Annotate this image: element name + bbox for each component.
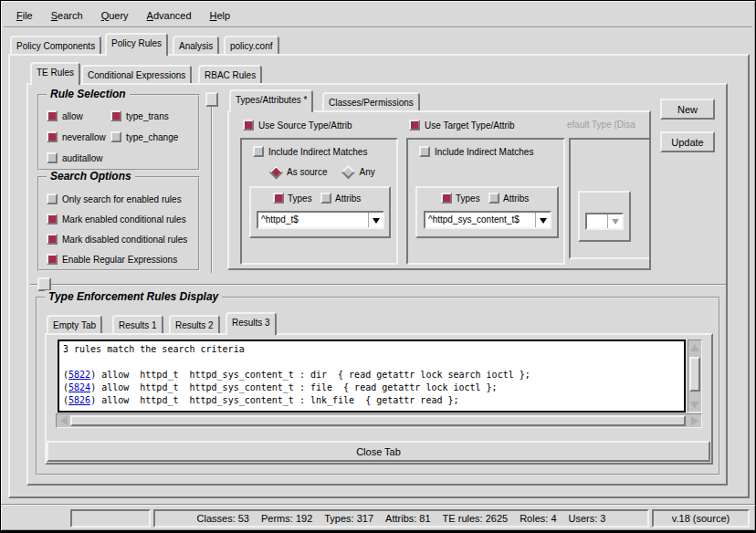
new-button[interactable]: New [660, 99, 715, 120]
checkbox-label: Mark enabled conditional rules [62, 214, 186, 225]
checkbox-indicator [110, 131, 121, 142]
menu-help[interactable]: Help [201, 6, 240, 25]
menubar: File Search Query Advanced Help [4, 4, 752, 28]
rule-text: ) allow httpd_t httpd_sys_content_t : fi… [90, 382, 498, 392]
checkbox-neverallow[interactable]: neverallow [47, 131, 106, 142]
checkbox-label: type_change [126, 132, 178, 142]
results-blank-line [63, 356, 680, 369]
results-textarea[interactable]: 3 rules match the search criteria (5822)… [58, 340, 686, 413]
radio-any[interactable]: Any [341, 167, 374, 177]
checkbox-type-change[interactable]: type_change [110, 131, 178, 142]
checkbox-type-trans[interactable]: type_trans [110, 110, 169, 121]
scroll-up-icon[interactable] [688, 340, 701, 353]
checkbox-indicator [47, 214, 58, 225]
search-options-title: Search Options [47, 170, 135, 183]
checkbox-use-source[interactable]: Use Source Type/Attrib [243, 120, 352, 131]
radio-label: As source [287, 167, 327, 177]
te-results-title: Type Enforcement Rules Display [45, 290, 222, 303]
scrollbar-track[interactable] [688, 353, 701, 399]
source-type-combobox[interactable]: ^httpd_t$ [257, 211, 384, 229]
checkbox-use-target[interactable]: Use Target Type/Attrib [409, 120, 515, 131]
vertical-scrollbar[interactable] [688, 340, 702, 413]
scrollbar-thumb[interactable] [689, 357, 700, 392]
status-version-panel: v.18 (source) [652, 509, 750, 528]
dropdown-arrow-icon[interactable] [368, 213, 383, 227]
close-tab-button[interactable]: Close Tab [47, 441, 710, 462]
combobox-value [587, 214, 607, 228]
checkbox-indicator [47, 254, 58, 265]
menu-query[interactable]: Query [92, 6, 138, 25]
scroll-right-icon[interactable] [688, 414, 701, 427]
rule-link[interactable]: 5826 [68, 395, 90, 405]
results-rule-row: (5826) allow httpd_t httpd_sys_content_t… [63, 394, 680, 407]
types-attributes-page: Use Source Type/Attrib Include Indirect … [227, 110, 651, 270]
tab-empty-tab[interactable]: Empty Tab [47, 315, 102, 333]
status-types: Types: 317 [324, 513, 373, 524]
combobox-value[interactable]: ^httpd_sys_content_t$ [425, 213, 535, 227]
horizontal-sash-handle[interactable] [37, 277, 51, 291]
tab-analysis[interactable]: Analysis [173, 36, 219, 54]
scrollbar-thumb[interactable] [70, 415, 686, 426]
checkbox-allow[interactable]: allow [47, 110, 83, 121]
checkbox-target-attribs[interactable]: Attribs [488, 193, 529, 204]
default-type-panel [569, 138, 651, 259]
menu-file[interactable]: File [7, 6, 42, 25]
dropdown-arrow-icon[interactable] [535, 213, 550, 227]
status-roles: Roles: 4 [520, 513, 556, 524]
checkbox-indicator [47, 234, 58, 245]
tab-types-attributes[interactable]: Types/Attributes * [229, 89, 313, 112]
checkbox-label: Use Source Type/Attrib [258, 120, 352, 131]
rule-link[interactable]: 5824 [68, 382, 90, 392]
vertical-sash[interactable] [211, 94, 213, 273]
checkbox-indicator [273, 193, 284, 204]
default-type-frame [578, 191, 631, 242]
horizontal-sash[interactable] [30, 284, 726, 286]
tab-policy-conf[interactable]: policy.conf [224, 36, 279, 54]
checkbox-include-indirect-source[interactable]: Include Indirect Matches [253, 146, 367, 157]
checkbox-label: Include Indirect Matches [268, 147, 367, 157]
radio-as-source[interactable]: As source [269, 167, 327, 177]
checkbox-indicator [488, 193, 499, 204]
target-panel: Include Indirect Matches Types Attribs ^… [406, 138, 565, 265]
radio-indicator [341, 165, 356, 180]
checkbox-enable-regex[interactable]: Enable Regular Expressions [47, 254, 177, 265]
scrollbar-track[interactable] [69, 414, 688, 427]
vertical-sash-handle[interactable] [205, 92, 218, 107]
checkbox-mark-disabled[interactable]: Mark disabled conditional rules [47, 234, 187, 245]
tab-policy-rules[interactable]: Policy Rules [105, 33, 168, 56]
checkbox-label: Attribs [335, 193, 361, 204]
horizontal-scrollbar[interactable] [56, 413, 702, 428]
checkbox-label: neverallow [62, 132, 106, 142]
checkbox-include-indirect-target[interactable]: Include Indirect Matches [419, 146, 533, 157]
menu-search[interactable]: Search [42, 6, 92, 25]
tab-rbac-rules[interactable]: RBAC Rules [198, 65, 262, 83]
menu-advanced[interactable]: Advanced [138, 6, 201, 25]
tab-results-2[interactable]: Results 2 [169, 315, 220, 333]
source-panel: Include Indirect Matches As source Any T… [240, 138, 398, 265]
tab-results-3[interactable]: Results 3 [226, 312, 277, 335]
tab-te-rules[interactable]: TE Rules [30, 62, 80, 85]
scroll-left-icon[interactable] [57, 414, 69, 427]
checkbox-auditallow[interactable]: auditallow [47, 152, 102, 163]
combobox-value[interactable]: ^httpd_t$ [258, 213, 368, 227]
update-button[interactable]: Update [660, 131, 715, 152]
tab-results-1[interactable]: Results 1 [112, 315, 163, 333]
checkbox-mark-enabled[interactable]: Mark enabled conditional rules [47, 214, 186, 225]
checkbox-indicator [47, 193, 58, 204]
rule-link[interactable]: 5822 [68, 370, 90, 380]
checkbox-label: Use Target Type/Attrib [425, 120, 515, 131]
default-type-label: efault Type (Disa [567, 120, 635, 130]
target-type-combobox[interactable]: ^httpd_sys_content_t$ [424, 211, 551, 229]
tab-classes-permissions[interactable]: Classes/Permissions [322, 92, 420, 110]
checkbox-label: Enable Regular Expressions [62, 255, 177, 265]
scroll-down-icon[interactable] [688, 399, 701, 412]
tab-conditional-expressions[interactable]: Conditional Expressions [81, 65, 192, 83]
status-perms: Perms: 192 [261, 513, 312, 524]
checkbox-only-enabled[interactable]: Only search for enabled rules [47, 193, 182, 204]
status-users: Users: 3 [569, 513, 606, 524]
checkbox-source-attribs[interactable]: Attribs [320, 193, 361, 204]
tab-policy-components[interactable]: Policy Components [10, 36, 101, 54]
radio-label: Any [359, 167, 374, 177]
checkbox-target-types[interactable]: Types [441, 193, 480, 204]
checkbox-source-types[interactable]: Types [273, 193, 312, 204]
